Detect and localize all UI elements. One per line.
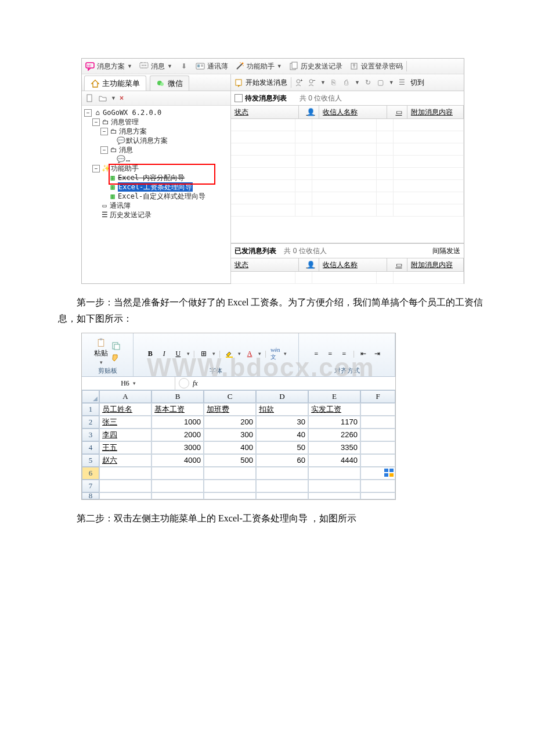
name-box[interactable]: H6 ▾	[82, 377, 175, 390]
cell[interactable]	[360, 480, 395, 492]
indent-dec-icon[interactable]: ⇤	[358, 348, 369, 359]
cell[interactable]: 30	[256, 416, 308, 429]
cell[interactable]	[256, 480, 308, 492]
align-left-icon[interactable]: ≡	[311, 348, 322, 359]
tree-helper[interactable]: −✨功能助手	[84, 164, 228, 173]
align-center-icon[interactable]: ≡	[325, 348, 335, 359]
cell[interactable]	[204, 467, 256, 480]
col-header[interactable]: B	[151, 390, 204, 403]
cell[interactable]: 1000	[151, 416, 204, 429]
cell[interactable]: 加班费	[204, 403, 256, 416]
tree-msg-dots[interactable]: 💬…	[84, 154, 228, 164]
cell[interactable]: 实发工资	[308, 403, 360, 416]
cell[interactable]	[99, 492, 151, 499]
dropdown-icon[interactable]: ▼	[389, 80, 394, 85]
cell[interactable]	[360, 429, 395, 441]
tree-excel-custom[interactable]: ▦Excel-自定义样式处理向导	[84, 192, 228, 201]
cell[interactable]: 3000	[151, 441, 204, 454]
col-status[interactable]: 状态	[231, 258, 299, 271]
dropdown-icon[interactable]: ▼	[111, 95, 116, 101]
cell[interactable]: 张三	[99, 416, 151, 429]
row-header[interactable]: 1	[82, 403, 99, 416]
cell[interactable]: 基本工资	[151, 403, 204, 416]
copy-icon[interactable]: ⎘	[329, 78, 338, 87]
cell[interactable]	[360, 492, 395, 499]
tab-wechat[interactable]: 微信	[150, 75, 189, 91]
paste-button[interactable]: 粘贴 ▾	[94, 338, 108, 365]
cell[interactable]: 4000	[151, 454, 204, 467]
paste-icon[interactable]: ⎙	[342, 78, 351, 87]
tree-excel-salary[interactable]: ▦Excel-工资条处理向导	[84, 182, 228, 192]
topbar-item-contacts-icon[interactable]: ⬇	[176, 62, 192, 71]
row-header[interactable]: 4	[82, 441, 99, 454]
cell[interactable]	[360, 454, 395, 467]
cell[interactable]	[151, 480, 204, 492]
tree-defaultplan[interactable]: 💬默认消息方案	[84, 136, 228, 145]
col-header[interactable]: A	[99, 390, 151, 403]
cell[interactable]: 扣款	[256, 403, 308, 416]
col-header[interactable]: D	[256, 390, 308, 403]
select-all-corner[interactable]	[82, 390, 99, 403]
tree-msg[interactable]: −🗀消息	[84, 145, 228, 154]
cell[interactable]	[99, 467, 151, 480]
cell[interactable]	[360, 441, 395, 454]
cell[interactable]	[256, 492, 308, 499]
checkbox[interactable]	[234, 94, 243, 102]
row-header[interactable]: 6	[82, 467, 99, 480]
fill-color-button[interactable]	[224, 348, 234, 359]
cell[interactable]	[151, 492, 204, 499]
cell[interactable]: 4440	[308, 454, 360, 467]
format-painter-icon[interactable]	[111, 353, 121, 362]
cut-label[interactable]: 切到	[410, 78, 424, 88]
cell[interactable]	[204, 480, 256, 492]
cell[interactable]	[308, 480, 360, 492]
border-button[interactable]: ⊞	[199, 348, 209, 359]
row-header[interactable]: 2	[82, 416, 99, 429]
close-icon[interactable]: ×	[120, 94, 124, 102]
row-header[interactable]: 3	[82, 429, 99, 441]
row-header[interactable]: 8	[82, 492, 99, 499]
row-header[interactable]: 5	[82, 454, 99, 467]
copy-icon[interactable]	[111, 341, 121, 351]
save-icon[interactable]: ▢	[376, 78, 385, 87]
cell[interactable]: 40	[256, 429, 308, 441]
cell[interactable]: 500	[204, 454, 256, 467]
tree-root[interactable]: −⌂GoGoWX 6.2.0.0	[84, 108, 228, 117]
topbar-item-msg[interactable]: 消息 ▼	[136, 62, 176, 71]
col-header[interactable]: C	[204, 390, 256, 403]
cell[interactable]: 2000	[151, 429, 204, 441]
font-color-button[interactable]: A	[244, 348, 255, 359]
cell[interactable]	[256, 467, 308, 480]
row-header[interactable]: 7	[82, 480, 99, 492]
topbar-item-msgplan[interactable]: Hi! 消息方案 ▼	[82, 62, 136, 71]
new-file-icon[interactable]	[85, 93, 95, 103]
cell[interactable]	[308, 492, 360, 499]
tree-msgplan[interactable]: −🗀消息方案	[84, 127, 228, 136]
cell[interactable]: 50	[256, 441, 308, 454]
phonetic-button[interactable]: wén文	[270, 348, 280, 359]
user-add-icon[interactable]: +	[295, 78, 304, 87]
dropdown-icon[interactable]: ▼	[320, 80, 326, 85]
topbar-item-helper[interactable]: 功能助手 ▼	[232, 62, 286, 71]
col-status[interactable]: 状态	[231, 106, 299, 118]
align-right-icon[interactable]: ≡	[339, 348, 349, 359]
cell[interactable]: 2260	[308, 429, 360, 441]
cell[interactable]: 员工姓名	[99, 403, 151, 416]
col-recipient[interactable]: 收信人名称	[319, 258, 387, 271]
cell[interactable]	[360, 403, 395, 416]
user-remove-icon[interactable]: −	[308, 78, 317, 87]
tree-excel-alloc[interactable]: ▦Excel-内容分配向导	[84, 173, 228, 182]
cell[interactable]: 赵六	[99, 454, 151, 467]
cell[interactable]	[360, 416, 395, 429]
cell[interactable]: 3350	[308, 441, 360, 454]
cell[interactable]: 300	[204, 429, 256, 441]
underline-button[interactable]: U	[173, 348, 183, 359]
cell-smart-tag[interactable]	[360, 467, 395, 480]
cell[interactable]: 60	[256, 454, 308, 467]
start-send-button[interactable]: 开始发送消息	[234, 78, 287, 88]
col-attach[interactable]: 附加消息内容	[407, 258, 464, 271]
cell[interactable]: 李四	[99, 429, 151, 441]
preview-icon[interactable]: ☰	[398, 78, 407, 87]
cell[interactable]	[308, 467, 360, 480]
cell[interactable]: 王五	[99, 441, 151, 454]
